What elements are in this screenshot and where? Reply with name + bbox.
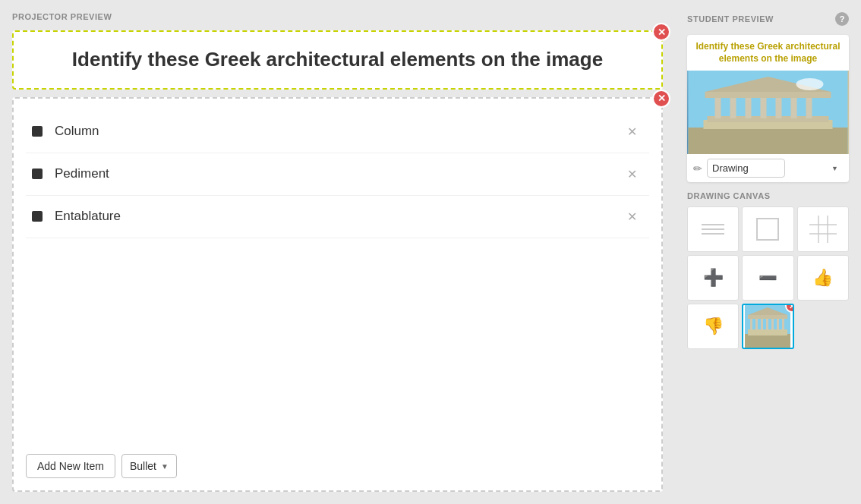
canvas-thumb-box[interactable] (742, 206, 793, 252)
svg-rect-11 (705, 92, 831, 98)
student-preview-header: STUDENT PREVIEW ? (687, 12, 849, 26)
student-card-title: Identify these Greek architectural eleme… (687, 35, 849, 71)
answer-bullet-2 (32, 169, 43, 179)
question-box: ✕ Identify these Greek architectural ele… (12, 30, 663, 90)
svg-rect-7 (761, 97, 767, 118)
answers-toolbar: Add New Item Bullet ▼ (26, 454, 177, 478)
question-close-button[interactable]: ✕ (652, 23, 670, 41)
bullet-dropdown[interactable]: Bullet ▼ (121, 454, 177, 478)
bullet-dropdown-chevron-icon: ▼ (161, 462, 169, 471)
pencil-icon[interactable]: ✏ (693, 162, 702, 175)
canvas-thumb-green-add[interactable]: ➕ (687, 255, 739, 301)
answers-close-button[interactable]: ✕ (652, 90, 670, 108)
svg-rect-1 (689, 128, 848, 154)
svg-rect-5 (730, 97, 736, 118)
svg-rect-8 (776, 97, 782, 118)
student-preview-title: STUDENT PREVIEW (687, 14, 774, 24)
canvas-thumb-thumbs-up[interactable]: 👍 (797, 255, 849, 301)
svg-rect-27 (782, 319, 784, 330)
answer-bullet-3 (32, 211, 43, 222)
answer-item-2: Pediment ✕ (26, 153, 649, 196)
answer-item-1: Column ✕ (26, 111, 649, 153)
drawing-canvas-section: DRAWING CANVAS (687, 191, 849, 349)
drawing-canvas-title: DRAWING CANVAS (687, 191, 849, 200)
student-card-image (687, 71, 849, 154)
projector-preview-panel: PROJECTOR PREVIEW ✕ Identify these Greek… (0, 0, 675, 504)
answer-remove-1[interactable]: ✕ (621, 121, 643, 142)
svg-rect-19 (745, 334, 790, 348)
svg-rect-10 (806, 97, 812, 118)
answers-box: ✕ Column ✕ Pediment ✕ Entablature ✕ Add … (12, 97, 663, 492)
svg-rect-22 (755, 319, 758, 330)
canvas-thumb-thumbs-down[interactable]: 👎 (687, 304, 739, 349)
answer-item-3: Entablature ✕ (26, 196, 649, 238)
student-preview-panel: STUDENT PREVIEW ? Identify these Greek a… (675, 0, 861, 504)
answer-remove-3[interactable]: ✕ (621, 206, 643, 227)
student-card-footer: ✏ Drawing Text Multiple Choice (687, 154, 849, 182)
canvas-grid: ➕ ➖ 👍 👎 ✕ (687, 206, 849, 349)
svg-rect-26 (777, 319, 779, 330)
question-text: Identify these Greek architectural eleme… (36, 47, 639, 73)
canvas-thumb-grid[interactable] (797, 206, 849, 252)
canvas-thumb-lines[interactable] (687, 206, 739, 252)
canvas-thumb-red-minus[interactable]: ➖ (742, 255, 793, 301)
svg-rect-6 (746, 97, 752, 118)
answer-bullet-1 (32, 126, 43, 137)
svg-rect-4 (715, 97, 721, 118)
svg-rect-21 (750, 319, 752, 330)
projector-preview-title: PROJECTOR PREVIEW (12, 12, 663, 21)
svg-point-13 (796, 78, 824, 90)
svg-rect-28 (748, 315, 787, 319)
svg-rect-23 (761, 319, 763, 330)
answer-label-2: Pediment (55, 166, 621, 181)
drawing-type-select[interactable]: Drawing Text Multiple Choice (707, 159, 785, 178)
svg-rect-9 (791, 97, 797, 118)
bullet-dropdown-label: Bullet (130, 460, 156, 472)
add-item-button[interactable]: Add New Item (26, 454, 115, 478)
canvas-thumb-parthenon[interactable]: ✕ (742, 304, 793, 349)
svg-rect-24 (766, 319, 768, 330)
help-icon[interactable]: ? (835, 12, 849, 26)
answer-label-3: Entablature (55, 209, 621, 224)
svg-rect-25 (771, 319, 774, 330)
student-card: Identify these Greek architectural eleme… (687, 35, 849, 182)
answer-remove-2[interactable]: ✕ (621, 164, 643, 184)
svg-rect-20 (748, 329, 787, 335)
answer-label-1: Column (55, 124, 621, 139)
drawing-select-wrap: Drawing Text Multiple Choice (707, 159, 843, 178)
